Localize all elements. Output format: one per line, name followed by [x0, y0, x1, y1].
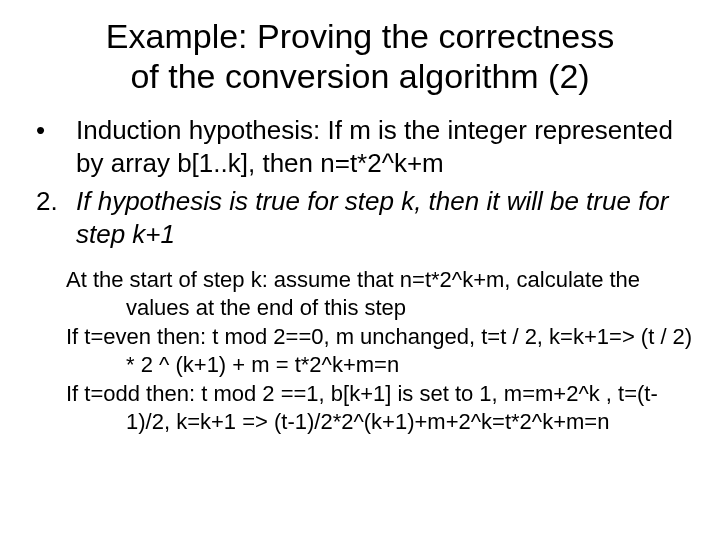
slide: Example: Proving the correctness of the … [0, 0, 720, 540]
bullet-row: 2. If hypothesis is true for step k, the… [36, 185, 696, 250]
bullet-row: • Induction hypothesis: If m is the inte… [36, 114, 696, 179]
bullet-marker: • [36, 114, 76, 147]
proof-line: If t=odd then: t mod 2 ==1, b[k+1] is se… [66, 380, 696, 435]
title-line-2: of the conversion algorithm (2) [130, 57, 589, 95]
bullet-marker: 2. [36, 185, 76, 218]
proof-block: At the start of step k: assume that n=t*… [66, 266, 696, 435]
slide-body: • Induction hypothesis: If m is the inte… [36, 114, 696, 435]
proof-line: If t=even then: t mod 2==0, m unchanged,… [66, 323, 696, 378]
proof-line: At the start of step k: assume that n=t*… [66, 266, 696, 321]
slide-title: Example: Proving the correctness of the … [44, 16, 676, 96]
bullet-text: Induction hypothesis: If m is the intege… [76, 114, 696, 179]
bullet-text: If hypothesis is true for step k, then i… [76, 185, 696, 250]
title-line-1: Example: Proving the correctness [106, 17, 614, 55]
